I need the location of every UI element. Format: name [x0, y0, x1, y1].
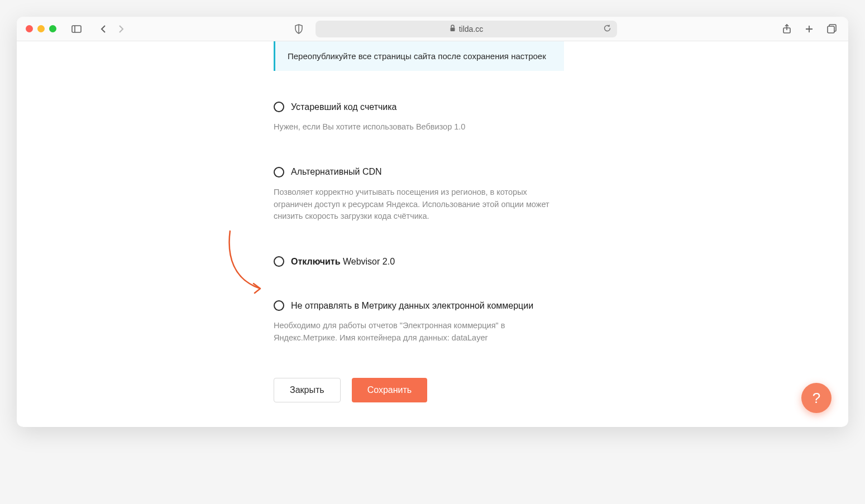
label-alt-cdn: Альтернативный CDN [291, 167, 382, 177]
refresh-icon[interactable] [603, 24, 611, 34]
radio-alt-cdn[interactable] [274, 167, 284, 177]
sidebar-toggle-icon[interactable] [69, 22, 84, 36]
radio-legacy-counter[interactable] [274, 102, 284, 112]
radio-disable-webvisor[interactable] [274, 256, 284, 267]
help-button[interactable]: ? [801, 383, 831, 413]
label-legacy-counter: Устаревший код счетчика [291, 102, 396, 112]
callout-arrow-icon [222, 228, 273, 301]
browser-toolbar: tilda.cc [17, 17, 848, 41]
nav-forward-button[interactable] [113, 22, 129, 36]
form-actions: Закрыть Сохранить [274, 378, 564, 402]
window-minimize-button[interactable] [37, 25, 45, 32]
label-disable-webvisor: Отключить Webvisor 2.0 [291, 257, 395, 267]
option-alt-cdn: Альтернативный CDN Позволяет корректно у… [274, 167, 564, 223]
help-label: ? [813, 390, 820, 407]
label-no-ecommerce: Не отправлять в Метрику данных электронн… [291, 301, 533, 311]
desc-legacy-counter: Нужен, если Вы хотите использовать Вебви… [274, 121, 564, 133]
page-content: Переопубликуйте все страницы сайта после… [17, 41, 848, 427]
privacy-shield-icon[interactable] [291, 22, 307, 36]
address-bar[interactable]: tilda.cc [316, 21, 617, 37]
save-button[interactable]: Сохранить [352, 378, 428, 402]
republish-banner: Переопубликуйте все страницы сайта после… [274, 41, 564, 71]
window-maximize-button[interactable] [49, 25, 56, 32]
radio-no-ecommerce[interactable] [274, 300, 284, 311]
tabs-overview-icon[interactable] [824, 22, 839, 36]
banner-text: Переопубликуйте все страницы сайта после… [288, 51, 546, 61]
share-icon[interactable] [779, 22, 795, 36]
option-legacy-counter: Устаревший код счетчика Нужен, если Вы х… [274, 102, 564, 133]
option-disable-webvisor: Отключить Webvisor 2.0 [274, 256, 564, 267]
svg-rect-7 [828, 26, 834, 33]
desc-no-ecommerce: Необходимо для работы отчетов "Электронн… [274, 320, 564, 344]
nav-back-button[interactable] [95, 22, 111, 36]
window-controls [26, 25, 56, 32]
lock-icon [450, 25, 456, 33]
desc-alt-cdn: Позволяет корректно учитывать посещения … [274, 186, 564, 223]
window-close-button[interactable] [26, 25, 33, 32]
address-text: tilda.cc [459, 25, 484, 33]
svg-rect-3 [450, 27, 455, 31]
new-tab-icon[interactable] [801, 22, 817, 36]
svg-rect-0 [72, 26, 81, 32]
settings-form: Переопубликуйте все страницы сайта после… [274, 41, 564, 402]
close-button[interactable]: Закрыть [274, 378, 341, 402]
option-no-ecommerce: Не отправлять в Метрику данных электронн… [274, 300, 564, 344]
browser-window: tilda.cc Переопубликуйте все страницы са… [17, 17, 848, 427]
